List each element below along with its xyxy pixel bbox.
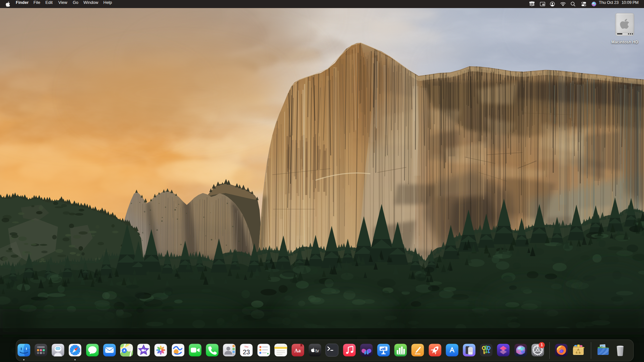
- svg-text:Aa: Aa: [294, 348, 301, 353]
- svg-text:Thu: Thu: [244, 346, 248, 348]
- svg-text:23: 23: [243, 348, 250, 356]
- svg-text:tv: tv: [316, 348, 319, 353]
